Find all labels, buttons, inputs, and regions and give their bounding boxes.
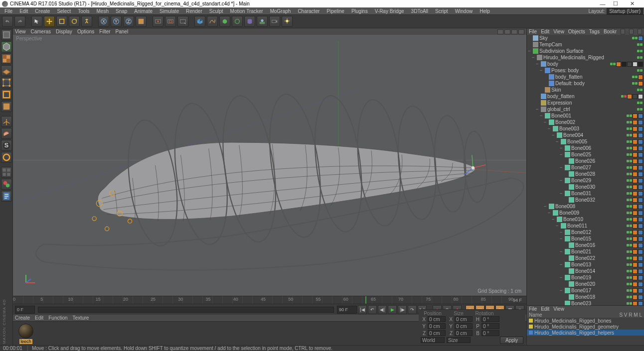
object-row[interactable]: body_flatten [527,74,644,80]
object-row[interactable]: −Bone015 [527,235,644,242]
vp-menu-cameras[interactable]: Cameras [31,29,51,34]
object-name[interactable]: Bone018 [575,294,627,300]
add-light-button[interactable] [282,16,293,27]
expand-toggle[interactable]: − [539,68,544,73]
mat-menu-edit[interactable]: Edit [35,315,43,321]
visibility-dots[interactable] [627,244,632,246]
add-deformer-button[interactable] [244,16,255,27]
menu-motiontracker[interactable]: Motion Tracker [227,8,267,14]
tag-icon[interactable] [638,159,643,164]
step-fwd-key-button[interactable]: ↷ [408,305,417,314]
object-row[interactable]: −Bone009 [527,210,644,216]
recent-tool[interactable] [81,16,92,27]
tag-icon[interactable] [633,120,638,125]
expand-toggle[interactable]: − [543,119,548,125]
tag-list[interactable] [633,146,643,151]
object-row[interactable]: Expression [527,100,644,106]
menu-mesh[interactable]: Mesh [93,8,112,14]
tag-icon[interactable] [638,282,643,287]
tag-icon[interactable] [633,198,638,203]
layout-dropdown[interactable]: Startup (User) [607,8,643,14]
object-name[interactable]: TempCam [539,42,637,47]
visibility-dots[interactable] [627,237,632,240]
expand-toggle[interactable]: − [539,113,544,118]
visibility-dots[interactable] [637,69,643,72]
tag-icon[interactable] [627,62,632,67]
object-name[interactable]: Bone027 [571,165,627,170]
tag-icon[interactable] [633,288,638,293]
menu-snap[interactable]: Snap [112,8,131,14]
expand-toggle[interactable]: − [559,191,564,196]
coord-size-dropdown[interactable]: Size [447,337,471,343]
tag-list[interactable] [633,120,643,125]
add-spline-button[interactable] [207,16,218,27]
apply-button[interactable]: Apply [500,337,523,344]
visibility-dots[interactable] [637,89,643,91]
tag-list[interactable] [633,152,643,157]
tag-icon[interactable] [638,94,643,99]
tag-icon[interactable] [633,172,638,177]
object-row[interactable]: −Bone017 [527,287,644,294]
object-name[interactable]: Bone009 [559,210,627,216]
expand-toggle[interactable]: − [535,107,540,112]
step-back-key-button[interactable]: ↶ [368,305,377,314]
tag-icon[interactable] [633,262,638,267]
tag-icon[interactable] [633,94,638,99]
object-row[interactable]: Bone026 [527,158,644,164]
object-name[interactable]: Bone002 [555,119,627,125]
visibility-dots[interactable] [627,153,632,156]
vp-toggle-icon[interactable] [518,29,524,34]
tag-list[interactable] [638,75,643,80]
add-nurbs-button[interactable] [219,16,230,27]
layer-row[interactable]: Hirudo_Medicinalis_Rigged_geometry [527,324,644,330]
coord-size-field[interactable]: 0 cm [455,316,473,322]
tag-icon[interactable] [638,236,643,241]
expand-toggle[interactable]: − [559,230,564,235]
goto-start-button[interactable]: |◀ [358,305,367,314]
object-row[interactable]: −Bone029 [527,177,644,184]
menu-character[interactable]: Character [294,8,323,14]
menu-edit[interactable]: Edit [16,8,31,14]
tag-icon[interactable] [633,282,638,287]
range-end-field[interactable]: 90 F [337,306,357,314]
coord-rot-field[interactable]: 0 ° [482,330,499,336]
object-name[interactable]: Bone013 [571,262,627,267]
vp-zoom-icon[interactable] [511,29,517,34]
visibility-dots[interactable] [627,166,632,169]
tag-list[interactable] [633,185,643,190]
object-name[interactable]: Bone010 [563,217,627,222]
obj-menu-objects[interactable]: Objects [568,29,585,34]
menu-window[interactable]: Window [452,8,477,14]
tag-list[interactable] [633,198,643,203]
tag-icon[interactable] [638,288,643,293]
visibility-dots[interactable] [627,147,632,149]
tag-list[interactable] [633,230,643,235]
coord-pos-field[interactable]: 0 cm [428,316,446,322]
visibility-dots[interactable] [632,82,638,85]
range-start-field[interactable]: 0 F [15,306,35,314]
menu-dtoall[interactable]: 3DToAll [408,8,432,14]
expand-toggle[interactable]: − [559,288,564,293]
tag-list[interactable] [638,36,643,41]
menu-script[interactable]: Script [432,8,452,14]
minimize-button[interactable]: — [596,0,609,7]
expand-toggle[interactable]: − [559,275,564,280]
object-name[interactable]: body_flatten [555,74,632,80]
object-name[interactable]: global_ctrl [547,107,637,112]
object-name[interactable]: body [547,61,610,67]
coord-pos-field[interactable]: 0 cm [428,323,446,329]
lock-y-button[interactable]: Y [111,16,122,27]
timeline[interactable]: 051015202530354045505560657075808590 94 … [13,296,526,304]
tag-icon[interactable] [638,62,643,67]
visibility-dots[interactable] [621,95,627,98]
object-name[interactable]: Bone004 [563,132,627,138]
visibility-dots[interactable] [627,134,632,136]
visibility-dots[interactable] [627,289,632,292]
menu-sculpt[interactable]: Sculpt [206,8,227,14]
tag-icon[interactable] [638,133,643,138]
tag-list[interactable] [633,301,643,306]
tag-icon[interactable] [633,139,638,144]
tag-list[interactable] [633,269,643,274]
tag-icon[interactable] [638,230,643,235]
object-name[interactable]: Expression [547,100,637,106]
